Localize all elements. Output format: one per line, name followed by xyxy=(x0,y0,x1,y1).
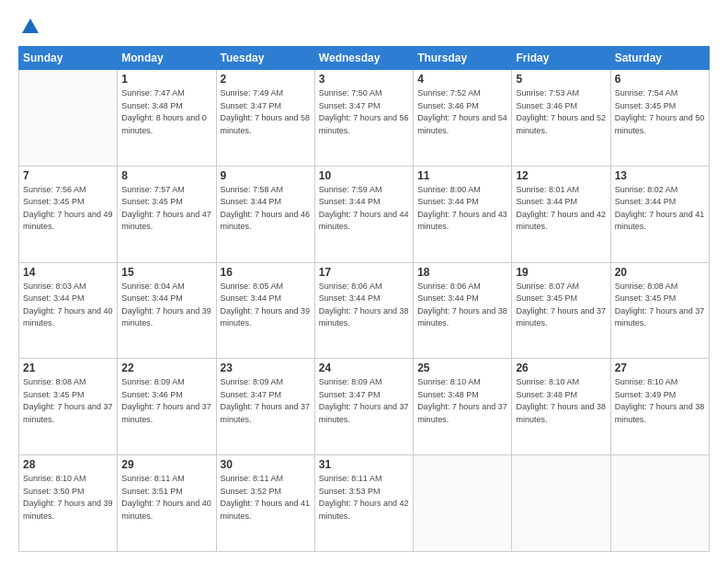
day-info: Sunrise: 8:08 AMSunset: 3:45 PMDaylight:… xyxy=(23,377,113,424)
day-number: 2 xyxy=(221,73,311,86)
day-info: Sunrise: 8:10 AMSunset: 3:48 PMDaylight:… xyxy=(417,377,507,424)
col-header-saturday: Saturday xyxy=(610,47,709,70)
logo xyxy=(18,17,40,37)
day-info: Sunrise: 8:09 AMSunset: 3:46 PMDaylight:… xyxy=(121,377,211,424)
day-info: Sunrise: 7:59 AMSunset: 3:44 PMDaylight:… xyxy=(319,185,409,232)
day-cell xyxy=(414,455,512,552)
day-cell: 18Sunrise: 8:06 AMSunset: 3:44 PMDayligh… xyxy=(414,262,512,359)
day-cell: 25Sunrise: 8:10 AMSunset: 3:48 PMDayligh… xyxy=(414,359,512,455)
day-info: Sunrise: 8:05 AMSunset: 3:44 PMDaylight:… xyxy=(221,282,311,328)
day-cell: 29Sunrise: 8:11 AMSunset: 3:51 PMDayligh… xyxy=(118,455,216,552)
day-number: 7 xyxy=(23,169,113,182)
calendar-table: SundayMondayTuesdayWednesdayThursdayFrid… xyxy=(18,46,710,552)
day-number: 3 xyxy=(319,73,409,86)
day-number: 31 xyxy=(319,458,409,471)
day-cell: 27Sunrise: 8:10 AMSunset: 3:49 PMDayligh… xyxy=(610,359,709,455)
day-number: 17 xyxy=(319,266,409,279)
day-number: 6 xyxy=(615,73,705,86)
day-info: Sunrise: 8:00 AMSunset: 3:44 PMDaylight:… xyxy=(417,185,507,232)
day-info: Sunrise: 8:09 AMSunset: 3:47 PMDaylight:… xyxy=(221,377,311,424)
day-number: 15 xyxy=(121,266,211,279)
day-number: 29 xyxy=(121,458,211,471)
col-header-friday: Friday xyxy=(512,47,610,70)
day-info: Sunrise: 7:54 AMSunset: 3:45 PMDaylight:… xyxy=(615,88,705,135)
day-number: 13 xyxy=(615,169,705,182)
day-cell: 30Sunrise: 8:11 AMSunset: 3:52 PMDayligh… xyxy=(216,455,314,552)
day-info: Sunrise: 8:10 AMSunset: 3:50 PMDaylight:… xyxy=(23,474,113,521)
day-cell xyxy=(19,70,118,167)
header xyxy=(18,17,710,37)
day-info: Sunrise: 7:57 AMSunset: 3:45 PMDaylight:… xyxy=(121,185,211,232)
day-cell: 1Sunrise: 7:47 AMSunset: 3:48 PMDaylight… xyxy=(118,70,216,167)
day-cell: 11Sunrise: 8:00 AMSunset: 3:44 PMDayligh… xyxy=(414,166,512,262)
day-number: 12 xyxy=(516,169,606,182)
day-number: 28 xyxy=(23,458,113,471)
day-cell: 14Sunrise: 8:03 AMSunset: 3:44 PMDayligh… xyxy=(19,262,118,359)
header-row: SundayMondayTuesdayWednesdayThursdayFrid… xyxy=(19,47,710,70)
day-number: 4 xyxy=(417,73,507,86)
day-info: Sunrise: 8:11 AMSunset: 3:52 PMDaylight:… xyxy=(221,474,311,521)
day-cell: 17Sunrise: 8:06 AMSunset: 3:44 PMDayligh… xyxy=(314,262,413,359)
day-number: 27 xyxy=(615,362,705,374)
day-info: Sunrise: 8:04 AMSunset: 3:44 PMDaylight:… xyxy=(121,282,211,328)
day-number: 24 xyxy=(319,362,409,374)
day-cell: 7Sunrise: 7:56 AMSunset: 3:45 PMDaylight… xyxy=(19,166,118,262)
day-cell: 4Sunrise: 7:52 AMSunset: 3:46 PMDaylight… xyxy=(414,70,512,167)
day-number: 26 xyxy=(516,362,606,374)
logo-icon xyxy=(20,17,40,37)
day-info: Sunrise: 7:49 AMSunset: 3:47 PMDaylight:… xyxy=(221,88,311,135)
day-number: 8 xyxy=(121,169,211,182)
day-cell: 3Sunrise: 7:50 AMSunset: 3:47 PMDaylight… xyxy=(314,70,413,167)
day-info: Sunrise: 7:53 AMSunset: 3:46 PMDaylight:… xyxy=(516,88,606,135)
day-number: 14 xyxy=(23,266,113,279)
day-cell: 2Sunrise: 7:49 AMSunset: 3:47 PMDaylight… xyxy=(216,70,314,167)
day-info: Sunrise: 7:50 AMSunset: 3:47 PMDaylight:… xyxy=(319,88,409,135)
day-number: 16 xyxy=(221,266,311,279)
day-cell: 5Sunrise: 7:53 AMSunset: 3:46 PMDaylight… xyxy=(512,70,610,167)
week-row-5: 28Sunrise: 8:10 AMSunset: 3:50 PMDayligh… xyxy=(19,455,710,552)
day-info: Sunrise: 8:01 AMSunset: 3:44 PMDaylight:… xyxy=(516,185,606,232)
day-cell: 24Sunrise: 8:09 AMSunset: 3:47 PMDayligh… xyxy=(314,359,413,455)
day-number: 20 xyxy=(615,266,705,279)
day-info: Sunrise: 8:06 AMSunset: 3:44 PMDaylight:… xyxy=(417,282,507,328)
day-number: 1 xyxy=(121,73,211,86)
day-number: 25 xyxy=(417,362,507,374)
day-cell: 15Sunrise: 8:04 AMSunset: 3:44 PMDayligh… xyxy=(118,262,216,359)
day-cell xyxy=(512,455,610,552)
day-info: Sunrise: 8:09 AMSunset: 3:47 PMDaylight:… xyxy=(319,377,409,424)
day-info: Sunrise: 7:47 AMSunset: 3:48 PMDaylight:… xyxy=(121,88,207,135)
day-cell: 12Sunrise: 8:01 AMSunset: 3:44 PMDayligh… xyxy=(512,166,610,262)
svg-marker-0 xyxy=(22,18,39,33)
day-cell: 26Sunrise: 8:10 AMSunset: 3:48 PMDayligh… xyxy=(512,359,610,455)
day-cell: 16Sunrise: 8:05 AMSunset: 3:44 PMDayligh… xyxy=(216,262,314,359)
col-header-sunday: Sunday xyxy=(19,47,118,70)
day-cell: 28Sunrise: 8:10 AMSunset: 3:50 PMDayligh… xyxy=(19,455,118,552)
day-cell xyxy=(610,455,709,552)
day-number: 22 xyxy=(121,362,211,374)
day-info: Sunrise: 8:11 AMSunset: 3:53 PMDaylight:… xyxy=(319,474,409,521)
day-number: 9 xyxy=(221,169,311,182)
day-cell: 21Sunrise: 8:08 AMSunset: 3:45 PMDayligh… xyxy=(19,359,118,455)
week-row-3: 14Sunrise: 8:03 AMSunset: 3:44 PMDayligh… xyxy=(19,262,710,359)
day-number: 11 xyxy=(417,169,507,182)
day-cell: 9Sunrise: 7:58 AMSunset: 3:44 PMDaylight… xyxy=(216,166,314,262)
day-info: Sunrise: 8:06 AMSunset: 3:44 PMDaylight:… xyxy=(319,282,409,328)
day-info: Sunrise: 7:58 AMSunset: 3:44 PMDaylight:… xyxy=(221,185,311,232)
week-row-2: 7Sunrise: 7:56 AMSunset: 3:45 PMDaylight… xyxy=(19,166,710,262)
day-info: Sunrise: 7:52 AMSunset: 3:46 PMDaylight:… xyxy=(417,88,507,135)
day-number: 18 xyxy=(417,266,507,279)
day-cell: 13Sunrise: 8:02 AMSunset: 3:44 PMDayligh… xyxy=(610,166,709,262)
week-row-1: 1Sunrise: 7:47 AMSunset: 3:48 PMDaylight… xyxy=(19,70,710,167)
col-header-tuesday: Tuesday xyxy=(216,47,314,70)
day-cell: 8Sunrise: 7:57 AMSunset: 3:45 PMDaylight… xyxy=(118,166,216,262)
day-cell: 20Sunrise: 8:08 AMSunset: 3:45 PMDayligh… xyxy=(610,262,709,359)
day-cell: 22Sunrise: 8:09 AMSunset: 3:46 PMDayligh… xyxy=(118,359,216,455)
col-header-wednesday: Wednesday xyxy=(314,47,413,70)
day-info: Sunrise: 8:10 AMSunset: 3:49 PMDaylight:… xyxy=(615,377,705,424)
week-row-4: 21Sunrise: 8:08 AMSunset: 3:45 PMDayligh… xyxy=(19,359,710,455)
day-cell: 19Sunrise: 8:07 AMSunset: 3:45 PMDayligh… xyxy=(512,262,610,359)
col-header-monday: Monday xyxy=(118,47,216,70)
day-info: Sunrise: 8:10 AMSunset: 3:48 PMDaylight:… xyxy=(516,377,606,424)
day-number: 30 xyxy=(221,458,311,471)
day-number: 10 xyxy=(319,169,409,182)
